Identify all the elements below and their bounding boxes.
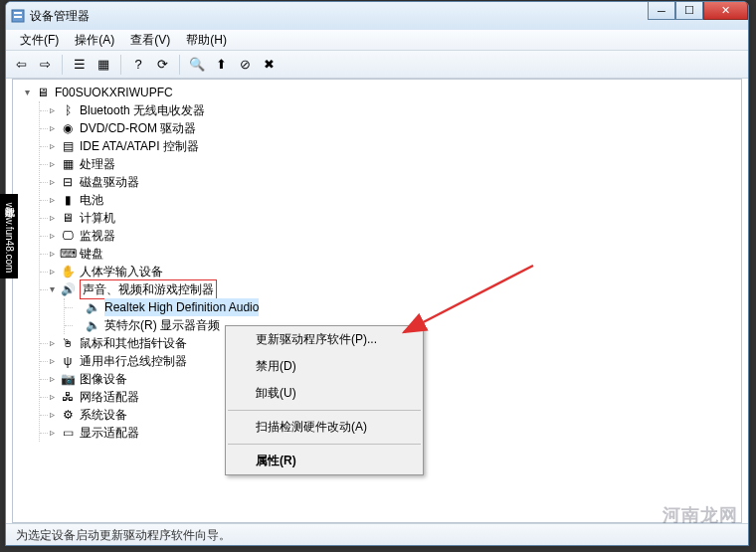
context-menu-item[interactable]: 属性(R): [226, 448, 423, 474]
device-label: IDE ATA/ATAPI 控制器: [80, 137, 199, 155]
svg-rect-2: [14, 16, 22, 18]
display-icon: ▭: [60, 425, 76, 441]
expand-icon[interactable]: ▹: [46, 122, 58, 134]
expand-icon[interactable]: ▹: [46, 176, 58, 188]
menu-1[interactable]: 操作(A): [67, 30, 122, 51]
device-label: 通用串行总线控制器: [80, 352, 187, 370]
device-category[interactable]: ▹✋人体学输入设备: [46, 263, 741, 280]
device-label: DVD/CD-ROM 驱动器: [80, 119, 196, 137]
close-button[interactable]: ✕: [703, 2, 748, 20]
device-label: 显示适配器: [80, 424, 139, 442]
device-category[interactable]: ▹🖥计算机: [46, 209, 741, 227]
context-menu-item[interactable]: 卸载(U): [226, 380, 423, 407]
device-label: 处理器: [80, 155, 115, 173]
svg-rect-1: [14, 12, 22, 14]
device-label: 键盘: [80, 245, 103, 263]
context-menu-item[interactable]: 更新驱动程序软件(P)...: [226, 326, 423, 353]
computer-icon: 🖥: [35, 85, 51, 100]
root-node[interactable]: ▾🖥F00SUOKXRIWUPFC: [21, 84, 741, 101]
context-menu-item[interactable]: 扫描检测硬件改动(A): [226, 414, 423, 441]
expand-icon[interactable]: ▹: [46, 337, 58, 349]
camera-icon: 📷: [60, 371, 76, 387]
maximize-button[interactable]: ☐: [675, 2, 703, 20]
disk-icon: ⊟: [60, 174, 76, 190]
scan-icon[interactable]: 🔍: [186, 54, 208, 76]
device-label: 英特尔(R) 显示器音频: [104, 316, 220, 334]
minimize-button[interactable]: ─: [648, 2, 675, 20]
refresh-icon[interactable]: ⟳: [151, 54, 173, 76]
device-category[interactable]: ▹◉DVD/CD-ROM 驱动器: [46, 119, 741, 137]
device-label: 监视器: [80, 227, 115, 245]
speaker-icon: 🔈: [85, 317, 100, 333]
context-separator: [228, 410, 421, 411]
bluetooth-icon: ᛒ: [60, 102, 76, 118]
expand-icon[interactable]: ▹: [46, 355, 58, 367]
device-label: Realtek High Definition Audio: [104, 298, 259, 316]
device-label: 电池: [80, 191, 103, 209]
usb-icon: ψ: [60, 353, 76, 369]
tree-view-icon[interactable]: ☰: [69, 54, 91, 76]
ide-icon: ▤: [60, 138, 76, 154]
expand-icon[interactable]: ▹: [46, 212, 58, 224]
disable-icon[interactable]: ⊘: [234, 54, 256, 76]
device-category[interactable]: ▹ᛒBluetooth 无线电收发器: [46, 101, 741, 119]
device-category[interactable]: ▹⊟磁盘驱动器: [46, 173, 741, 191]
toolbar-separator: [179, 55, 180, 75]
uninstall-icon[interactable]: ✖: [258, 54, 280, 76]
back-icon[interactable]: ⇦: [10, 54, 32, 76]
disc-icon: ◉: [60, 120, 76, 136]
update-icon[interactable]: ⬆: [210, 54, 232, 76]
device-category[interactable]: ▹▮电池: [46, 191, 741, 209]
context-menu: 更新驱动程序软件(P)...禁用(D)卸载(U)扫描检测硬件改动(A)属性(R): [225, 325, 424, 475]
root-label: F00SUOKXRIWUPFC: [55, 84, 173, 101]
device-label: 声音、视频和游戏控制器: [80, 279, 217, 299]
mouse-icon: 🖱: [60, 335, 76, 351]
statusbar: 为选定设备启动更新驱动程序软件向导。: [6, 523, 748, 545]
expand-icon[interactable]: ▹: [46, 230, 58, 242]
expand-icon[interactable]: ▹: [46, 427, 58, 439]
device-label: Bluetooth 无线电收发器: [80, 101, 205, 119]
side-watermark: 放肆吧 www.fun48.com: [0, 194, 18, 278]
device-label: 磁盘驱动器: [80, 173, 139, 191]
device-label: 计算机: [80, 209, 115, 227]
system-icon: ⚙: [60, 407, 76, 423]
expand-icon[interactable]: ▾: [46, 283, 58, 295]
device-category[interactable]: ▹⌨键盘: [46, 245, 741, 263]
expand-icon[interactable]: ▹: [46, 248, 58, 260]
speaker-icon: 🔈: [85, 299, 100, 315]
expand-icon[interactable]: ▹: [46, 409, 58, 421]
device-item[interactable]: 🔈Realtek High Definition Audio: [71, 298, 741, 316]
battery-icon: ▮: [60, 192, 76, 208]
cpu-icon: ▦: [60, 156, 76, 172]
menubar: 文件(F)操作(A)查看(V)帮助(H): [6, 30, 748, 51]
device-category[interactable]: ▹▤IDE ATA/ATAPI 控制器: [46, 137, 741, 155]
device-category[interactable]: ▾🔊声音、视频和游戏控制器: [46, 280, 741, 298]
menu-3[interactable]: 帮助(H): [178, 30, 235, 51]
expand-icon[interactable]: ▹: [46, 158, 58, 170]
menu-2[interactable]: 查看(V): [122, 30, 178, 51]
expand-icon[interactable]: ▾: [21, 87, 33, 98]
help-icon[interactable]: ?: [127, 54, 149, 76]
toolbar-separator: [120, 55, 121, 75]
context-menu-item[interactable]: 禁用(D): [226, 353, 423, 380]
expand-icon[interactable]: ▹: [46, 194, 58, 206]
hid-icon: ✋: [60, 264, 76, 279]
expand-icon[interactable]: ▹: [46, 140, 58, 152]
detail-view-icon[interactable]: ▦: [93, 54, 114, 76]
device-label: 鼠标和其他指针设备: [80, 334, 187, 352]
expand-icon[interactable]: ▹: [46, 104, 58, 116]
device-label: 系统设备: [80, 406, 127, 424]
menu-0[interactable]: 文件(F): [12, 30, 67, 51]
expand-icon[interactable]: ▹: [46, 391, 58, 403]
device-category[interactable]: ▹🖵监视器: [46, 227, 741, 245]
context-separator: [228, 444, 421, 445]
expand-icon[interactable]: ▹: [46, 373, 58, 385]
device-label: 网络适配器: [80, 388, 139, 406]
monitor-icon: 🖵: [60, 228, 76, 244]
expand-icon[interactable]: ▹: [46, 266, 58, 277]
forward-icon[interactable]: ⇨: [34, 54, 56, 76]
keyboard-icon: ⌨: [60, 246, 76, 262]
toolbar-separator: [62, 55, 63, 75]
titlebar[interactable]: 设备管理器 ─ ☐ ✕: [6, 2, 748, 30]
device-category[interactable]: ▹▦处理器: [46, 155, 741, 173]
